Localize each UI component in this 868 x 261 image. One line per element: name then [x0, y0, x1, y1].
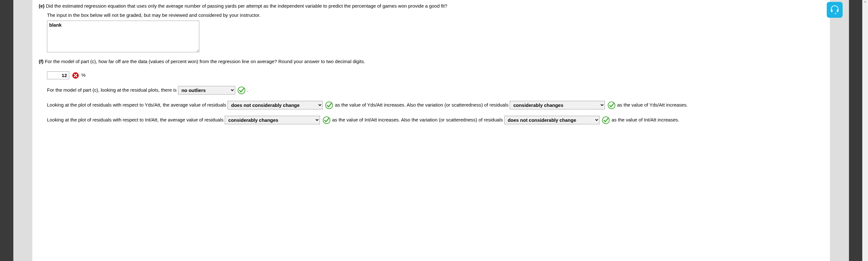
ydsatt-avg-dropdown[interactable]: does not considerably change	[227, 101, 323, 109]
window-frame-left	[0, 0, 13, 261]
svg-point-5	[602, 117, 609, 124]
intatt-avg-dropdown[interactable]: considerably changes	[225, 116, 320, 124]
outliers-prefix: For the model of part (c), looking at th…	[47, 87, 177, 93]
page-margin-left	[13, 0, 32, 261]
question-text-f: For the model of part (c), how far off a…	[45, 59, 365, 64]
incorrect-icon	[72, 72, 79, 79]
ydsatt-prefix: Looking at the plot of residuals with re…	[47, 102, 226, 107]
question-page: (e) Did the estimated regression equatio…	[32, 0, 830, 261]
question-f: (f) For the model of part (c), how far o…	[39, 58, 824, 125]
help-button[interactable]	[827, 2, 843, 18]
grading-note: The input in the box below will not be g…	[47, 12, 824, 19]
svg-point-2	[326, 102, 333, 109]
correct-icon	[608, 101, 615, 109]
intatt-mid: as the value of Int/Att increases. Also …	[332, 117, 503, 122]
outliers-dropdown[interactable]: no outliers	[178, 86, 235, 95]
part-label-f: (f)	[39, 59, 43, 64]
numeric-answer-row: %	[47, 70, 824, 80]
question-e: (e) Did the estimated regression equatio…	[39, 3, 824, 52]
percent-off-input[interactable]	[47, 71, 69, 79]
window-frame-right	[849, 0, 862, 261]
intatt-var-dropdown[interactable]: does not considerably change	[504, 116, 599, 124]
intatt-suffix: as the value of Int/Att increases.	[612, 117, 679, 122]
svg-point-1	[238, 87, 245, 94]
svg-point-4	[323, 117, 330, 124]
vertical-scrollbar[interactable]: ^	[862, 0, 868, 261]
ydsatt-suffix: as the value of Yds/Att increases.	[617, 102, 688, 107]
page-margin-right	[830, 0, 849, 261]
part-label-e: (e)	[39, 3, 44, 8]
headset-icon	[829, 4, 840, 15]
free-response-textarea[interactable]	[47, 21, 199, 52]
correct-icon	[323, 117, 330, 124]
outliers-line: For the model of part (c), looking at th…	[47, 85, 824, 95]
ydsatt-var-dropdown[interactable]: considerably changes	[510, 101, 605, 109]
question-text-e: Did the estimated regression equation th…	[46, 3, 447, 8]
correct-icon	[602, 117, 610, 124]
ydsatt-mid: as the value of Yds/Att increases. Also …	[335, 102, 509, 107]
outliers-suffix: .	[247, 87, 248, 93]
ydsatt-line: Looking at the plot of residuals with re…	[47, 100, 824, 110]
percent-unit: %	[81, 72, 85, 78]
scroll-up-icon[interactable]: ^	[863, 1, 867, 4]
svg-point-3	[608, 102, 615, 109]
intatt-prefix: Looking at the plot of residuals with re…	[47, 117, 223, 122]
correct-icon	[325, 101, 333, 109]
intatt-line: Looking at the plot of residuals with re…	[47, 115, 824, 125]
correct-icon	[238, 87, 245, 94]
